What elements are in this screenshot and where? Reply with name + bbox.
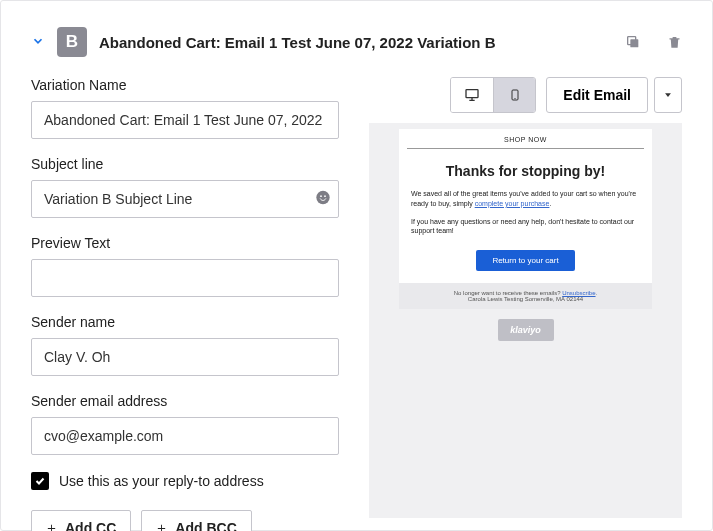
add-bcc-label: Add BCC bbox=[175, 520, 236, 531]
add-cc-label: Add CC bbox=[65, 520, 116, 531]
svg-point-4 bbox=[324, 195, 326, 197]
device-toggle bbox=[450, 77, 536, 113]
reply-to-checkbox[interactable] bbox=[31, 472, 49, 490]
email-body-2: If you have any questions or need any he… bbox=[399, 215, 652, 243]
sender-name-label: Sender name bbox=[31, 314, 339, 330]
desktop-icon bbox=[463, 87, 481, 103]
sender-email-label: Sender email address bbox=[31, 393, 339, 409]
complete-purchase-link: complete your purchase bbox=[475, 200, 550, 207]
reply-to-label: Use this as your reply-to address bbox=[59, 473, 264, 489]
variation-name-label: Variation Name bbox=[31, 77, 339, 93]
klaviyo-badge: klaviyo bbox=[498, 319, 554, 341]
variation-name-input[interactable] bbox=[31, 101, 339, 139]
card-title: Abandoned Cart: Email 1 Test June 07, 20… bbox=[99, 34, 496, 51]
email-preview-pane: SHOP NOW Thanks for stopping by! We save… bbox=[369, 123, 682, 518]
sender-name-input[interactable] bbox=[31, 338, 339, 376]
desktop-view-button[interactable] bbox=[451, 78, 493, 112]
email-headline: Thanks for stopping by! bbox=[399, 157, 652, 187]
edit-email-button[interactable]: Edit Email bbox=[546, 77, 648, 113]
variation-badge: B bbox=[57, 27, 87, 57]
preview-text-input[interactable] bbox=[31, 259, 339, 297]
caret-down-icon bbox=[663, 90, 673, 100]
emoji-icon[interactable] bbox=[315, 190, 331, 209]
svg-point-3 bbox=[320, 195, 322, 197]
mobile-icon bbox=[509, 86, 521, 104]
email-footer: No longer want to receive these emails? … bbox=[399, 283, 652, 309]
trash-icon[interactable] bbox=[667, 34, 682, 50]
email-cta-button: Return to your cart bbox=[476, 250, 574, 271]
plus-icon bbox=[156, 523, 167, 532]
duplicate-icon[interactable] bbox=[625, 34, 641, 50]
add-cc-button[interactable]: Add CC bbox=[31, 510, 131, 531]
subject-line-input[interactable] bbox=[31, 180, 339, 218]
svg-rect-5 bbox=[466, 90, 478, 98]
email-body-1: We saved all of the great items you've a… bbox=[399, 187, 652, 215]
svg-marker-10 bbox=[665, 93, 671, 97]
sender-email-input[interactable] bbox=[31, 417, 339, 455]
svg-rect-0 bbox=[630, 39, 638, 47]
svg-point-2 bbox=[316, 191, 329, 204]
edit-email-menu-button[interactable] bbox=[654, 77, 682, 113]
plus-icon bbox=[46, 523, 57, 532]
mobile-view-button[interactable] bbox=[493, 78, 535, 112]
collapse-toggle[interactable] bbox=[31, 34, 45, 51]
subject-line-label: Subject line bbox=[31, 156, 339, 172]
preview-text-label: Preview Text bbox=[31, 235, 339, 251]
add-bcc-button[interactable]: Add BCC bbox=[141, 510, 251, 531]
email-top-nav: SHOP NOW bbox=[407, 129, 644, 149]
